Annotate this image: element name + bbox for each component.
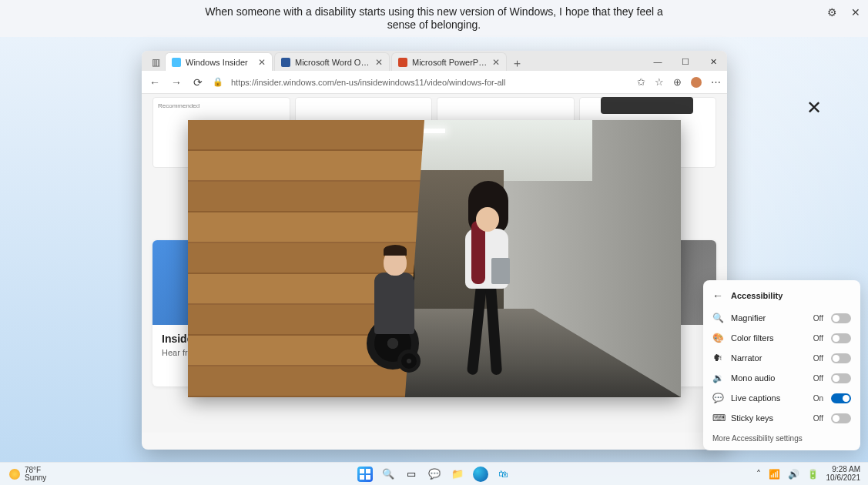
a11y-row-live-captions[interactable]: 💬Live captionsOn <box>703 388 860 408</box>
task-view-icon[interactable]: ▭ <box>404 467 419 482</box>
a11y-label: Color filters <box>731 333 806 343</box>
a11y-label: Live captions <box>731 393 806 403</box>
nav-forward-icon[interactable]: → <box>169 76 183 89</box>
url-text[interactable]: https://insider.windows.com/en-us/inside… <box>231 78 629 87</box>
a11y-label: Narrator <box>731 353 806 363</box>
edge-icon[interactable] <box>473 467 488 482</box>
modal-close-icon[interactable]: ✕ <box>806 97 822 119</box>
caption-text: When someone with a disability starts us… <box>203 5 665 32</box>
tab-label: Microsoft PowerPoint Online <box>412 58 488 67</box>
favicon-icon <box>398 58 407 67</box>
tab-word-online[interactable]: Microsoft Word Online ✕ <box>274 52 390 71</box>
favorites-icon[interactable]: ☆ <box>655 76 664 88</box>
svg-rect-0 <box>360 469 364 473</box>
svg-rect-1 <box>366 469 370 473</box>
close-icon[interactable]: ✕ <box>851 6 860 18</box>
toggle-mono-audio[interactable] <box>831 373 851 383</box>
video-frame <box>188 120 681 397</box>
search-icon[interactable]: 🔍 <box>380 467 396 482</box>
weather-temp: 78°F <box>25 467 46 474</box>
window-close-icon[interactable]: ✕ <box>699 52 727 71</box>
a11y-row-mono-audio[interactable]: 🔉Mono audioOff <box>703 368 860 388</box>
a11y-label: Sticky keys <box>731 413 806 423</box>
tab-windows-insider[interactable]: Windows Insider ✕ <box>165 52 273 71</box>
tab-actions-icon[interactable]: ▥ <box>146 54 165 71</box>
volume-icon[interactable]: 🔊 <box>788 469 799 480</box>
caption-bar: When someone with a disability starts us… <box>0 0 868 37</box>
wifi-icon[interactable]: 📶 <box>769 469 780 480</box>
a11y-row-color-filters[interactable]: 🎨Color filtersOff <box>703 328 860 348</box>
nav-back-icon[interactable]: ← <box>148 76 162 89</box>
toggle-live-captions[interactable] <box>831 393 851 403</box>
nav-refresh-icon[interactable]: ⟳ <box>191 76 205 89</box>
start-button[interactable] <box>357 467 373 482</box>
weather-cond: Sunny <box>25 474 46 482</box>
toggle-magnifier[interactable] <box>831 313 851 323</box>
tab-label: Windows Insider <box>186 58 253 67</box>
a11y-state: Off <box>813 374 823 383</box>
battery-icon[interactable]: 🔋 <box>807 469 819 480</box>
clock-date: 10/6/2021 <box>826 474 861 483</box>
tab-label: Microsoft Word Online <box>295 58 370 67</box>
lock-icon: 🔒 <box>213 77 223 87</box>
svg-rect-3 <box>366 475 370 480</box>
cta-button[interactable] <box>601 97 693 114</box>
accessibility-flyout: ← Accessibility 🔍MagnifierOff🎨Color filt… <box>703 280 860 450</box>
mono-audio-icon: 🔉 <box>712 373 723 383</box>
color-filters-icon: 🎨 <box>712 333 723 343</box>
svg-rect-2 <box>360 475 364 480</box>
explorer-icon[interactable]: 📁 <box>450 467 465 482</box>
more-accessibility-link[interactable]: More Accessibility settings <box>703 428 860 446</box>
store-icon[interactable]: 🛍 <box>496 467 511 482</box>
tab-close-icon[interactable]: ✕ <box>492 57 500 68</box>
toggle-color-filters[interactable] <box>831 333 851 343</box>
toggle-sticky-keys[interactable] <box>831 413 851 423</box>
favicon-icon <box>281 58 290 67</box>
person-walking <box>454 175 524 375</box>
window-maximize-icon[interactable]: ☐ <box>672 52 699 71</box>
collections-icon[interactable]: ⊕ <box>673 76 682 88</box>
person-wheelchair <box>356 223 441 370</box>
gear-icon[interactable]: ⚙ <box>827 6 837 18</box>
a11y-state: Off <box>813 314 823 323</box>
new-tab-button[interactable]: ＋ <box>508 56 525 71</box>
weather-sun-icon <box>9 469 20 480</box>
profile-avatar[interactable] <box>691 77 702 88</box>
back-icon[interactable]: ← <box>712 289 723 302</box>
tab-ppt-online[interactable]: Microsoft PowerPoint Online ✕ <box>391 52 507 71</box>
read-aloud-icon[interactable]: ✩ <box>637 76 645 88</box>
a11y-label: Magnifier <box>731 313 806 323</box>
clock-time: 9:28 AM <box>826 466 861 474</box>
a11y-state: Off <box>813 414 823 423</box>
more-icon[interactable]: ⋯ <box>711 76 721 88</box>
sticky-keys-icon: ⌨ <box>712 413 723 423</box>
a11y-state: Off <box>813 354 823 363</box>
taskbar-clock[interactable]: 9:28 AM 10/6/2021 <box>826 466 861 482</box>
narrator-icon: 🗣 <box>712 353 723 363</box>
magnifier-icon: 🔍 <box>712 313 723 323</box>
a11y-label: Mono audio <box>731 373 806 383</box>
a11y-state: On <box>813 394 823 403</box>
video-player[interactable] <box>188 120 681 397</box>
flyout-title: Accessibility <box>731 291 783 300</box>
tab-close-icon[interactable]: ✕ <box>258 57 266 68</box>
a11y-state: Off <box>813 334 823 343</box>
tray-chevron-icon[interactable]: ˄ <box>756 469 761 480</box>
chat-icon[interactable]: 💬 <box>427 467 442 482</box>
taskbar: 78°F Sunny 🔍 ▭ 💬 📁 🛍 ˄ 📶 🔊 🔋 9:28 AM 10/… <box>0 462 868 485</box>
window-minimize-icon[interactable]: — <box>644 52 672 71</box>
a11y-row-sticky-keys[interactable]: ⌨Sticky keysOff <box>703 408 860 428</box>
tab-strip: ▥ Windows Insider ✕ Microsoft Word Onlin… <box>142 51 727 71</box>
address-bar: ← → ⟳ 🔒 https://insider.windows.com/en-u… <box>142 71 727 94</box>
a11y-row-narrator[interactable]: 🗣NarratorOff <box>703 348 860 368</box>
weather-widget[interactable]: 78°F Sunny <box>0 467 46 482</box>
tab-close-icon[interactable]: ✕ <box>375 57 383 68</box>
toggle-narrator[interactable] <box>831 353 851 363</box>
live-captions-icon: 💬 <box>712 393 723 403</box>
a11y-row-magnifier[interactable]: 🔍MagnifierOff <box>703 308 860 328</box>
favicon-icon <box>172 58 181 67</box>
